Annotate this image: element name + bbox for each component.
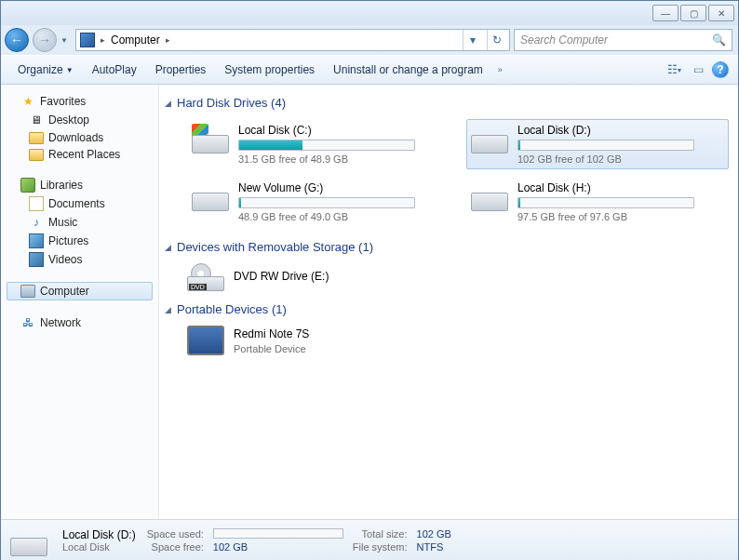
address-dropdown-icon[interactable]: ▾ xyxy=(463,30,481,50)
sidebar-item-pictures[interactable]: Pictures xyxy=(7,232,158,250)
desktop-icon: 🖥 xyxy=(29,113,44,127)
breadcrumb-chevron-icon[interactable]: ▸ xyxy=(166,35,170,45)
search-icon[interactable]: 🔍 xyxy=(712,33,726,47)
nav-history-dropdown[interactable]: ▼ xyxy=(60,36,72,45)
portable-device-item[interactable]: Redmi Note 7S Portable Device xyxy=(163,326,729,355)
collapse-icon: ◢ xyxy=(165,99,171,108)
help-button[interactable]: ? xyxy=(712,61,729,78)
dvd-drive-item[interactable]: DVD DVD RW Drive (E:) xyxy=(163,263,729,291)
section-portable-devices[interactable]: ◢ Portable Devices (1) xyxy=(165,302,729,316)
selected-item-name: Local Disk (D:) xyxy=(62,528,136,541)
favorites-label: Favorites xyxy=(40,95,86,108)
drive-usage-bar xyxy=(517,197,694,208)
drive-label: Local Disk (C:) xyxy=(238,124,445,137)
navigation-pane: ★ Favorites 🖥Desktop Downloads Recent Pl… xyxy=(1,85,159,519)
back-button[interactable]: ← xyxy=(5,28,29,52)
hard-disk-icon xyxy=(471,181,508,211)
system-properties-button[interactable]: System properties xyxy=(215,63,324,76)
window-titlebar: — ▢ ✕ xyxy=(1,1,738,25)
refresh-button[interactable]: ↻ xyxy=(487,30,505,50)
address-bar-row: ← → ▼ ▸ Computer ▸ ▾ ↻ Search Computer 🔍 xyxy=(1,25,738,55)
search-placeholder: Search Computer xyxy=(520,33,608,47)
computer-group: Computer xyxy=(7,282,158,300)
hard-disk-icon xyxy=(192,181,229,211)
file-system-label: File system: xyxy=(353,541,408,553)
libraries-header[interactable]: Libraries xyxy=(7,176,158,194)
drive-item[interactable]: New Volume (G:)48.9 GB free of 49.0 GB xyxy=(187,177,450,227)
sidebar-item-downloads[interactable]: Downloads xyxy=(7,129,158,146)
breadcrumb-segment[interactable]: Computer xyxy=(111,33,160,47)
drive-item[interactable]: Local Disk (C:)31.5 GB free of 48.9 GB xyxy=(187,119,450,169)
sidebar-item-recent-places[interactable]: Recent Places xyxy=(7,146,158,163)
total-size-value: 102 GB xyxy=(417,528,451,540)
command-toolbar: Organize▼ AutoPlay Properties System pro… xyxy=(1,55,738,85)
maximize-button[interactable]: ▢ xyxy=(680,5,706,21)
toolbar-overflow-icon[interactable]: » xyxy=(492,65,508,74)
sidebar-item-computer[interactable]: Computer xyxy=(7,282,153,300)
section-removable-storage[interactable]: ◢ Devices with Removable Storage (1) xyxy=(165,240,729,254)
forward-button[interactable]: → xyxy=(33,28,57,52)
search-input[interactable]: Search Computer 🔍 xyxy=(514,29,732,51)
favorites-group: ★ Favorites 🖥Desktop Downloads Recent Pl… xyxy=(7,92,158,163)
documents-icon xyxy=(29,196,44,211)
file-system-value: NTFS xyxy=(417,541,451,553)
drive-free-text: 97.5 GB free of 97.6 GB xyxy=(517,211,724,222)
sidebar-item-network[interactable]: 🖧 Network xyxy=(7,313,158,332)
total-size-label: Total size: xyxy=(353,528,408,540)
drive-grid: Local Disk (C:)31.5 GB free of 48.9 GBLo… xyxy=(163,119,729,227)
drive-free-text: 102 GB free of 102 GB xyxy=(517,153,724,165)
computer-icon xyxy=(20,285,35,298)
drive-usage-bar xyxy=(238,140,415,151)
breadcrumb-chevron-icon: ▸ xyxy=(101,35,105,45)
portable-device-label: Redmi Note 7S xyxy=(234,327,309,340)
close-button[interactable]: ✕ xyxy=(708,5,734,21)
pictures-icon xyxy=(29,233,44,248)
details-pane: Local Disk (D:) Local Disk Space used: T… xyxy=(1,519,738,560)
folder-icon xyxy=(29,149,44,161)
favorites-header[interactable]: ★ Favorites xyxy=(7,92,158,111)
section-hard-disk-drives[interactable]: ◢ Hard Disk Drives (4) xyxy=(165,96,729,110)
drive-usage-bar xyxy=(238,197,415,208)
collapse-icon: ◢ xyxy=(165,243,171,252)
space-used-bar xyxy=(213,528,343,539)
address-bar[interactable]: ▸ Computer ▸ ▾ ↻ xyxy=(75,29,510,51)
dvd-drive-icon: DVD xyxy=(187,263,224,291)
sidebar-item-desktop[interactable]: 🖥Desktop xyxy=(7,111,158,129)
sidebar-item-music[interactable]: ♪Music xyxy=(7,213,158,232)
space-free-value: 102 GB xyxy=(213,541,343,553)
drive-icon xyxy=(10,525,51,556)
hard-disk-icon xyxy=(471,124,508,153)
libraries-group: Libraries Documents ♪Music Pictures Vide… xyxy=(7,176,158,269)
portable-device-icon xyxy=(187,326,224,355)
drive-label: Local Disk (D:) xyxy=(517,124,724,137)
sidebar-item-documents[interactable]: Documents xyxy=(7,194,158,213)
portable-device-type: Portable Device xyxy=(234,343,309,354)
collapse-icon: ◢ xyxy=(165,305,171,314)
space-used-label: Space used: xyxy=(147,528,204,540)
explorer-window: — ▢ ✕ ← → ▼ ▸ Computer ▸ ▾ ↻ Search Comp… xyxy=(0,0,739,560)
drive-usage-bar xyxy=(517,140,694,151)
autoplay-button[interactable]: AutoPlay xyxy=(83,63,146,76)
videos-icon xyxy=(29,252,44,267)
drive-free-text: 48.9 GB free of 49.0 GB xyxy=(238,211,445,222)
music-icon: ♪ xyxy=(29,215,44,230)
organize-menu[interactable]: Organize▼ xyxy=(8,63,83,76)
minimize-button[interactable]: — xyxy=(652,5,679,21)
uninstall-program-button[interactable]: Uninstall or change a program xyxy=(324,63,492,76)
properties-button[interactable]: Properties xyxy=(146,63,216,76)
explorer-body: ★ Favorites 🖥Desktop Downloads Recent Pl… xyxy=(1,85,738,519)
drive-item[interactable]: Local Disk (H:)97.5 GB free of 97.6 GB xyxy=(466,177,729,227)
content-pane: ◢ Hard Disk Drives (4) Local Disk (C:)31… xyxy=(159,85,738,519)
network-icon: 🖧 xyxy=(20,315,35,330)
hard-disk-icon xyxy=(192,124,229,153)
sidebar-item-videos[interactable]: Videos xyxy=(7,250,158,269)
drive-item[interactable]: Local Disk (D:)102 GB free of 102 GB xyxy=(466,119,729,169)
libraries-icon xyxy=(20,178,35,193)
space-free-label: Space free: xyxy=(147,541,204,553)
network-group: 🖧 Network xyxy=(7,313,158,332)
preview-pane-button[interactable]: ▭ xyxy=(688,60,708,80)
star-icon: ★ xyxy=(20,94,35,109)
dvd-drive-label: DVD RW Drive (E:) xyxy=(234,270,329,283)
drive-free-text: 31.5 GB free of 48.9 GB xyxy=(238,153,445,165)
view-options-button[interactable]: ☷ ▾ xyxy=(664,60,684,80)
